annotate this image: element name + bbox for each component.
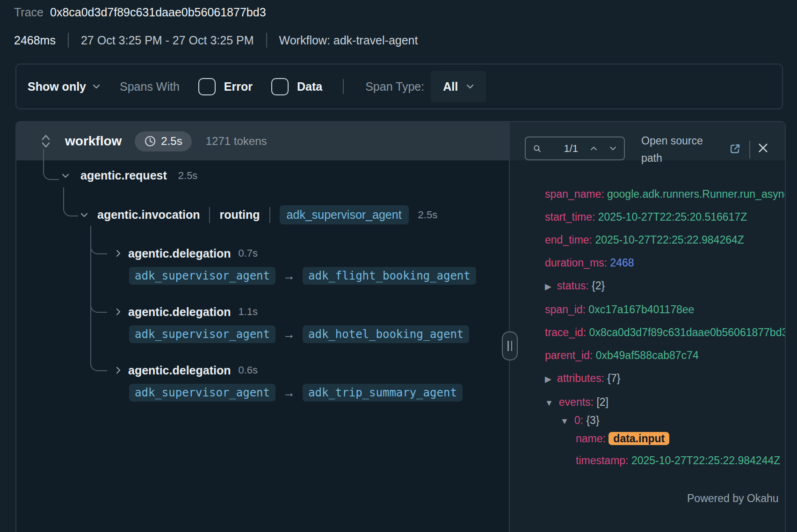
chevron-down-icon[interactable] [80,213,88,217]
toggle-expanded-icon[interactable]: ▼ [545,398,553,408]
json-value: google.adk.runners.Runner.run_async [607,188,786,200]
tree-row-delegation[interactable]: agentic.delegation1.1s [116,302,258,322]
divider [343,79,344,94]
agent-badge[interactable]: adk_supervisor_agent [129,325,275,343]
unfold-icon[interactable] [40,133,52,150]
span-tag: routing [219,208,260,222]
json-key: attributes: [557,372,607,384]
delegation-agents: adk_supervisor_agent→adk_trip_summary_ag… [129,382,463,403]
json-field-trace_id: trace_id: 0x8ca0d3d7f89c631daae0b5606187… [545,324,786,341]
tree-row-delegation[interactable]: agentic.delegation0.7s [116,243,258,264]
span-duration: 0.6s [238,364,258,376]
json-value: 0xb49af588cab87c74 [596,349,699,361]
data-checkbox-label[interactable]: Data [297,80,322,93]
agent-badge[interactable]: adk_flight_booking_agent [303,267,476,285]
span-tree-panel: workflow 2.5s 1271 tokens agentic.reques… [16,122,509,532]
page-title: Trace 0x8ca0d3d7f89c631daae0b56061877bd3 [14,6,266,19]
token-count: 1271 tokens [206,135,267,148]
tree-connector [90,300,107,313]
arrow-right-icon: → [283,327,295,342]
chevron-right-icon[interactable] [116,367,121,374]
panel-resize-handle[interactable] [502,331,518,360]
show-only-dropdown[interactable]: Show only [28,80,100,93]
json-key: trace_id: [545,326,589,338]
chevron-down-icon [466,84,474,89]
agent-badge[interactable]: adk_supervisor_agent [129,267,275,285]
trace-viewer-screen: Trace 0x8ca0d3d7f89c631daae0b56061877bd3… [0,0,797,532]
toggle-expanded-icon[interactable]: ▼ [560,417,569,426]
chevron-up-icon [590,146,597,151]
agent-badge[interactable]: adk_trip_summary_agent [303,384,463,402]
divider [68,33,69,48]
powered-by-watermark: Powered by Okahu [687,492,779,505]
search-prev-button[interactable] [590,146,597,151]
span-type-label: Span Type: [365,80,424,93]
divider [266,33,267,48]
search-next-button[interactable] [609,146,616,151]
close-icon[interactable] [757,142,769,154]
agent-badge[interactable]: adk_supervisor_agent [280,205,409,224]
workflow-name: Workflow: adk-travel-agent [279,34,418,47]
span-label: agentic.invocation [97,208,200,222]
json-value: 0xc17a167b401178ee [588,303,694,316]
delegation-agents: adk_supervisor_agent→adk_hotel_booking_a… [129,324,469,345]
json-key: duration_ms: [545,257,610,269]
tree-row-invocation[interactable]: agentic.invocation routing adk_superviso… [80,205,437,224]
search-input[interactable]: 1/1 [525,137,625,160]
json-key: end_time: [545,234,595,246]
span-json-view: span_name: google.adk.runners.Runner.run… [545,186,786,475]
json-key: 0: [574,414,587,426]
span-duration: 2.5s [178,170,198,182]
span-label: agentic.request [80,169,167,182]
json-field-timestamp: timestamp: 2025-10-27T22:25:22.984244Z [545,453,786,469]
span-type-select[interactable]: All [431,71,486,102]
external-link-icon[interactable] [729,143,741,155]
show-only-label: Show only [28,80,86,93]
json-value: 2025-10-27T22:25:22.984264Z [595,234,744,246]
tree-connector [63,187,78,216]
json-value: 2025-10-27T22:25:22.984244Z [631,454,780,467]
chevron-right-icon[interactable] [116,250,121,257]
json-key: name: [576,432,609,445]
json-key: status: [557,280,592,292]
tree-row-delegation[interactable]: agentic.delegation0.6s [116,360,258,381]
toggle-collapsed-icon[interactable]: ▶ [545,374,551,384]
span-duration: 1.1s [238,306,258,318]
toggle-collapsed-icon[interactable]: ▶ [545,282,551,291]
agent-badge[interactable]: adk_supervisor_agent [129,384,275,402]
tree-connector [90,241,107,254]
span-duration: 0.7s [238,247,258,259]
json-key: span_name: [545,188,607,200]
json-key: start_time: [545,211,598,223]
json-field-attributes: ▶attributes: {7} [545,370,786,388]
chevron-right-icon[interactable] [116,308,121,316]
arrow-right-icon: → [283,269,295,283]
error-checkbox[interactable] [198,78,216,95]
error-checkbox-label[interactable]: Error [224,80,253,93]
tree-connector [90,358,107,371]
data-checkbox[interactable] [271,78,289,95]
json-field-0: ▼0: {3} [545,412,786,430]
delegation-agents: adk_supervisor_agent→adk_flight_booking_… [129,266,476,286]
workflow-duration: 2.5s [161,135,182,148]
json-key: span_id: [545,303,588,316]
tree-row-request[interactable]: agentic.request 2.5s [62,169,197,182]
open-source-path-label: Open source path [641,132,724,167]
clock-icon [144,135,156,147]
json-field-events: ▼events: [2] [545,394,786,411]
workflow-header-bar: workflow 2.5s 1271 tokens [16,122,509,160]
trace-time-range: 27 Oct 3:25 PM - 27 Oct 3:25 PM [81,34,254,47]
search-result-count: 1/1 [564,143,578,155]
span-duration: 2.5s [418,209,438,221]
filter-bar: Show only Spans With Error Data Span Typ… [15,64,783,109]
span-label: agentic.delegation [128,364,231,377]
chevron-down-icon [93,84,100,89]
json-value: {2} [592,280,605,292]
agent-badge[interactable]: adk_hotel_booking_agent [303,325,469,343]
chevron-down-icon[interactable] [62,173,69,178]
json-field-duration_ms: duration_ms: 2468 [545,255,786,271]
span-label: agentic.delegation [128,247,231,260]
json-field-end_time: end_time: 2025-10-27T22:25:22.984264Z [545,232,786,248]
spans-with-label: Spans With [120,80,180,93]
trace-meta-row: 2468ms 27 Oct 3:25 PM - 27 Oct 3:25 PM W… [14,31,418,50]
